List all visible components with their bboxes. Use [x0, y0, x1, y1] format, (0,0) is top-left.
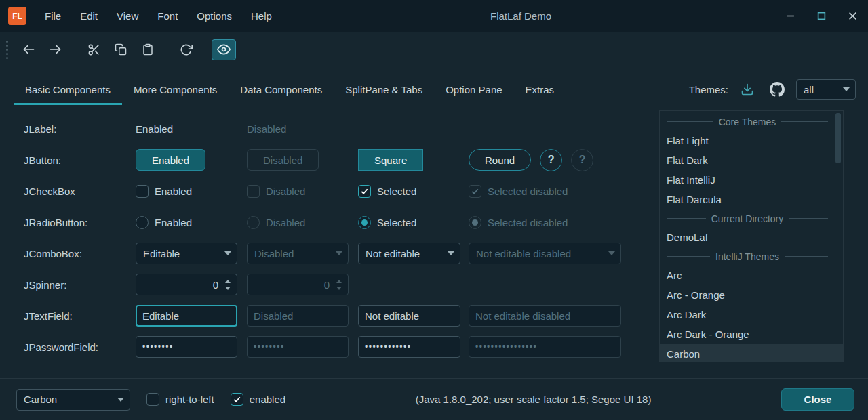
toolbar-grip[interactable] [6, 41, 8, 59]
enabled-button[interactable]: Enabled [136, 149, 205, 171]
radio-enabled-label: Enabled [155, 217, 192, 228]
row-jtextfield: JTextField: Editable Disabled Not editab… [24, 300, 659, 331]
forward-icon[interactable] [43, 39, 68, 60]
help-button[interactable]: ? [540, 149, 562, 171]
eye-icon[interactable] [212, 39, 236, 60]
menu-edit[interactable]: Edit [71, 0, 107, 32]
row-label-jpasswordfield: JPasswordField: [24, 341, 136, 353]
checkbox-icon [247, 185, 260, 198]
textfield-editable[interactable]: Editable [136, 305, 237, 327]
checkbox-enabled[interactable]: Enabled [136, 185, 192, 198]
radio-selected[interactable]: Selected [358, 216, 416, 229]
right-to-left-label: right-to-left [165, 394, 214, 405]
theme-item-flat-dark[interactable]: Flat Dark [660, 150, 843, 170]
passwordfield-not-editable-disabled: •••••••••••••••• [469, 336, 621, 358]
radio-icon [247, 216, 260, 229]
checkbox-selected[interactable]: Selected [358, 185, 416, 198]
tab-option-pane[interactable]: Option Pane [434, 74, 513, 105]
download-icon[interactable] [736, 79, 758, 100]
chevron-down-icon [442, 251, 460, 255]
refresh-icon[interactable] [174, 39, 198, 60]
copy-icon[interactable] [108, 39, 133, 60]
combobox-editable[interactable]: Editable [136, 243, 237, 264]
row-jcombobox: JComboBox: Editable Disabled Not edita [24, 238, 659, 269]
chevron-down-icon [330, 251, 348, 255]
row-jspinner: JSpinner: 0 0 [24, 269, 659, 300]
tab-basic-components[interactable]: Basic Components [14, 74, 122, 105]
main-content: JLabel: Enabled Disabled JButton: Enable… [0, 105, 868, 378]
row-label-jradiobutton: JRadioButton: [24, 217, 136, 228]
spinner-disabled-value: 0 [248, 279, 336, 291]
maximize-icon[interactable] [806, 0, 837, 32]
textfield-not-editable[interactable]: Not editable [358, 305, 460, 327]
menubar: File Edit View Font Options Help [35, 0, 281, 32]
theme-filter-combobox[interactable]: all [796, 79, 856, 100]
spinner-arrows[interactable] [225, 280, 237, 290]
tab-data-components[interactable]: Data Components [229, 74, 334, 105]
theme-item-demolaf[interactable]: DemoLaf [660, 228, 843, 247]
passwordfield-disabled: •••••••• [247, 336, 349, 358]
combobox-not-editable-value: Not editable [366, 248, 442, 259]
combobox-editable-value: Editable [143, 248, 219, 259]
menu-file[interactable]: File [35, 0, 71, 32]
themes-panel: Core Themes Flat Light Flat Dark Flat In… [659, 105, 856, 378]
round-button[interactable]: Round [469, 149, 531, 171]
close-icon[interactable] [837, 0, 868, 32]
square-button[interactable]: Square [358, 149, 423, 171]
cut-icon[interactable] [81, 39, 106, 60]
help-button-disabled: ? [571, 149, 593, 171]
theme-item-arc-orange[interactable]: Arc - Orange [660, 285, 843, 305]
menu-view[interactable]: View [107, 0, 148, 32]
theme-item-flat-darcula[interactable]: Flat Darcula [660, 190, 843, 209]
enabled-checkbox[interactable]: enabled [231, 393, 285, 406]
theme-item-arc-dark-orange[interactable]: Arc Dark - Orange [660, 324, 843, 344]
textfield-disabled: Disabled [247, 305, 349, 327]
theme-item-flat-intellij[interactable]: Flat IntelliJ [660, 170, 843, 190]
chevron-down-icon [219, 251, 237, 255]
paste-icon[interactable] [136, 39, 160, 60]
radio-selected-icon [469, 216, 481, 229]
menu-options[interactable]: Options [187, 0, 241, 32]
themes-scrollbar[interactable] [834, 112, 842, 361]
tab-splitpane-tabs[interactable]: SplitPane & Tabs [334, 74, 434, 105]
row-jbutton: JButton: Enabled Disabled Square Round ?… [24, 144, 659, 175]
menu-help[interactable]: Help [241, 0, 281, 32]
jlabel-disabled: Disabled [247, 123, 286, 135]
menu-font[interactable]: Font [148, 0, 187, 32]
textfield-not-editable-disabled: Not editable disabled [469, 305, 621, 327]
checkbox-checked-icon [469, 185, 481, 198]
github-icon[interactable] [766, 79, 788, 100]
chevron-down-icon [603, 251, 620, 255]
status-info: (Java 1.8.0_202; user scale factor 1.5; … [302, 394, 765, 405]
row-label-jtextfield: JTextField: [24, 310, 136, 322]
passwordfield-not-editable[interactable]: •••••••••••• [358, 336, 460, 358]
statusbar-theme-combobox[interactable]: Carbon [16, 389, 130, 411]
right-to-left-checkbox[interactable]: right-to-left [146, 393, 214, 406]
theme-item-arc[interactable]: Arc [660, 266, 843, 285]
back-icon[interactable] [16, 39, 41, 60]
radio-selected-icon [358, 216, 371, 229]
spinner-value[interactable]: 0 [136, 279, 225, 291]
theme-item-arc-dark[interactable]: Arc Dark [660, 305, 843, 324]
tab-more-components[interactable]: More Components [122, 74, 229, 105]
tab-extras[interactable]: Extras [514, 74, 566, 105]
jlabel-enabled: Enabled [136, 123, 173, 135]
radio-selected-label: Selected [377, 217, 416, 228]
theme-item-flat-light[interactable]: Flat Light [660, 131, 843, 150]
row-label-jlabel: JLabel: [24, 123, 136, 135]
spinner-enabled[interactable]: 0 [136, 274, 237, 295]
close-button[interactable]: Close [781, 388, 854, 411]
tab-bar: Basic Components More Components Data Co… [14, 74, 566, 105]
radio-enabled[interactable]: Enabled [136, 216, 192, 229]
minimize-icon[interactable] [774, 0, 806, 32]
passwordfield-editable[interactable]: •••••••• [136, 336, 237, 358]
scrollbar-thumb[interactable] [835, 113, 841, 163]
combobox-not-editable[interactable]: Not editable [358, 243, 460, 264]
disabled-button: Disabled [247, 149, 319, 171]
tab-row: Basic Components More Components Data Co… [0, 67, 868, 105]
theme-filter-value: all [804, 84, 837, 96]
combobox-not-editable-disabled-value: Not editable disabled [476, 248, 603, 259]
radio-disabled-label: Disabled [266, 217, 305, 228]
checkbox-selected-disabled-label: Selected disabled [488, 186, 568, 197]
theme-item-carbon[interactable]: Carbon [660, 344, 843, 362]
